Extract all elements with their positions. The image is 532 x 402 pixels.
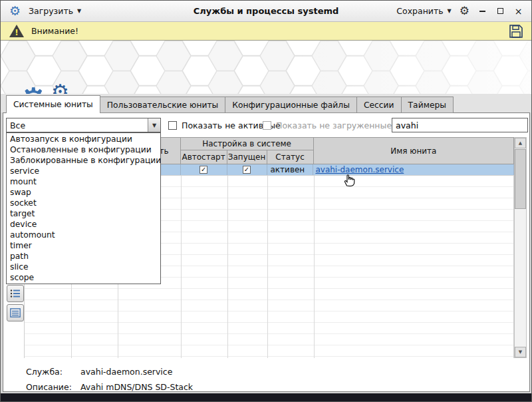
load-button[interactable]: Загрузить ▼ xyxy=(29,6,81,16)
cell-running: ✓ xyxy=(227,164,267,175)
app-gear-icon: ⚙ xyxy=(9,5,21,17)
unit-name-link[interactable]: avahi-daemon.service xyxy=(313,165,404,174)
scroll-up-button[interactable]: ▲ xyxy=(515,138,526,148)
grid-line xyxy=(181,176,182,358)
cell-autostart: ✓ xyxy=(181,164,227,175)
load-button-label: Загрузить xyxy=(29,6,73,16)
checkbox-box xyxy=(263,121,271,130)
column-header-status[interactable]: Статус xyxy=(267,150,314,164)
description-info-row: Описание: Avahi mDNS/DNS SD-Stack xyxy=(26,382,193,392)
framed-list-icon xyxy=(10,308,21,317)
dropdown-option[interactable]: device xyxy=(7,219,160,230)
maximize-button[interactable] xyxy=(495,6,505,16)
group-header-label: Настройка в системе xyxy=(181,138,314,150)
minimize-button[interactable] xyxy=(477,6,487,16)
minimize-icon xyxy=(479,11,485,12)
service-label: Служба: xyxy=(26,367,80,377)
scroll-down-icon: ▼ xyxy=(519,349,522,355)
close-button[interactable]: × xyxy=(513,6,523,16)
description-value: Avahi mDNS/DNS SD-Stack xyxy=(80,382,193,392)
tab-system-units[interactable]: Системные юниты xyxy=(6,95,100,113)
grid-line xyxy=(314,176,315,358)
svg-text:!: ! xyxy=(15,28,18,37)
tab-user-units[interactable]: Пользовательские юниты xyxy=(100,97,225,113)
column-header-running[interactable]: Запущен xyxy=(227,150,267,164)
column-header-unit-name[interactable]: Имя юнита xyxy=(314,138,514,164)
titlebar: ⚙ Загрузить ▼ Службы и процессы systemd … xyxy=(1,1,531,22)
settings-gear-icon[interactable]: ⚙ xyxy=(460,5,469,17)
titlebar-right-controls: Сохранить ▼ ⚙ × xyxy=(396,5,531,17)
detailed-list-button[interactable] xyxy=(7,304,24,321)
column-header-autostart[interactable]: Автостарт xyxy=(181,150,227,164)
tab-config-files[interactable]: Конфигурационные файлы xyxy=(225,97,357,113)
description-label: Описание: xyxy=(26,382,80,392)
autostart-checkbox[interactable]: ✓ xyxy=(200,166,207,174)
save-button[interactable]: Сохранить ▼ xyxy=(396,6,451,16)
dropdown-option[interactable]: Автозапуск в конфигурации xyxy=(7,134,160,144)
unit-filter-dropdown[interactable]: Все ▼ xyxy=(6,118,161,132)
app-header: ⚙ ⚙ ⚙ Службы и процессы systemd Настройк… xyxy=(1,41,531,94)
search-input[interactable] xyxy=(392,118,528,132)
warning-icon: ! xyxy=(9,24,25,38)
dropdown-popup: Автозапуск в конфигурации Остановленные … xyxy=(6,132,161,284)
running-checkbox[interactable]: ✓ xyxy=(243,166,251,174)
warning-bar: ! Внимание! xyxy=(1,22,531,41)
dropdown-option[interactable]: scope xyxy=(7,272,160,283)
bulleted-list-icon xyxy=(10,289,21,298)
service-value: avahi-daemon.service xyxy=(80,367,172,377)
save-file-icon[interactable] xyxy=(509,24,523,39)
scrollbar-thumb[interactable] xyxy=(515,149,526,209)
dropdown-option[interactable]: path xyxy=(7,251,160,262)
caret-down-icon: ▼ xyxy=(448,9,452,14)
dropdown-option[interactable]: Заблокированные в конфигурации xyxy=(7,155,160,166)
vertical-scrollbar[interactable]: ▲ ▼ xyxy=(514,137,527,358)
grid-line xyxy=(227,176,228,358)
dropdown-option[interactable]: target xyxy=(7,208,160,219)
dropdown-option[interactable]: slice xyxy=(7,262,160,272)
service-info-row: Служба: avahi-daemon.service xyxy=(26,367,172,377)
window-bottom-frame xyxy=(1,393,532,402)
tab-bar: Системные юниты Пользовательские юниты К… xyxy=(6,95,453,113)
scroll-down-button[interactable]: ▼ xyxy=(515,347,526,357)
show-unloaded-label: Показать не загруженные xyxy=(276,120,392,130)
dropdown-arrow-button[interactable]: ▼ xyxy=(148,118,160,132)
scroll-up-icon: ▲ xyxy=(519,140,522,146)
cell-status: активен xyxy=(267,164,314,175)
dropdown-selected-value: Все xyxy=(7,120,148,130)
dropdown-option[interactable]: mount xyxy=(7,176,160,187)
tab-timers[interactable]: Таймеры xyxy=(401,97,454,113)
dropdown-option[interactable]: socket xyxy=(7,198,160,208)
save-button-label: Сохранить xyxy=(396,6,443,16)
column-group-system-settings: Настройка в системе Автостарт Запущен Ст… xyxy=(181,138,314,164)
dropdown-option[interactable]: automount xyxy=(7,230,160,240)
list-view-button[interactable] xyxy=(7,285,24,302)
dropdown-option[interactable]: swap xyxy=(7,187,160,198)
group-subheaders: Автостарт Запущен Статус xyxy=(181,150,314,164)
header-fade-overlay xyxy=(1,41,531,94)
caret-down-icon: ▼ xyxy=(152,122,156,128)
dropdown-option[interactable]: timer xyxy=(7,240,160,251)
maximize-icon xyxy=(497,8,503,14)
dropdown-option[interactable]: service xyxy=(7,166,160,176)
dropdown-option[interactable]: Остановленные в конфигурации xyxy=(7,144,160,155)
grid-line xyxy=(267,176,268,358)
caret-down-icon: ▼ xyxy=(77,9,81,14)
show-unloaded-checkbox: Показать не загруженные xyxy=(263,120,392,130)
warning-text: Внимание! xyxy=(31,26,78,36)
cell-unit-name: avahi-daemon.service xyxy=(313,164,514,175)
checkbox-box[interactable] xyxy=(168,121,177,130)
app-window: ⚙ Загрузить ▼ Службы и процессы systemd … xyxy=(0,0,532,402)
tab-sessions[interactable]: Сессии xyxy=(356,97,402,113)
